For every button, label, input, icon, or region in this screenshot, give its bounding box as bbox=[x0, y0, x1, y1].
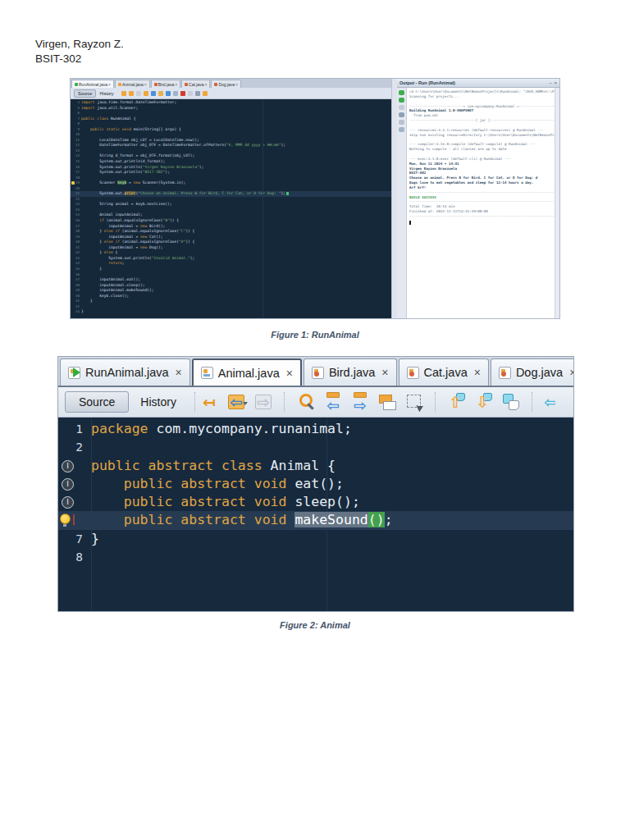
jump-last-edit-icon[interactable]: ↤ bbox=[199, 392, 219, 412]
output-line: --- resources:3.3.1:resources (default-r… bbox=[409, 128, 555, 133]
code-line[interactable]: 7} bbox=[58, 530, 573, 548]
code-line[interactable]: 7public class RunAnimal { bbox=[71, 116, 391, 122]
code-editor[interactable]: 4import java.time.format.DateTimeFormatt… bbox=[71, 99, 391, 318]
back-icon[interactable]: ⇦ bbox=[226, 392, 246, 412]
previous-bookmark-icon[interactable]: ⇧ bbox=[447, 392, 467, 412]
code-line[interactable]: 1package com.mycompany.runanimal; bbox=[58, 420, 573, 438]
toolbar-icon[interactable] bbox=[203, 91, 208, 96]
toolbar-icon[interactable] bbox=[166, 91, 171, 96]
rectangular-selection-icon[interactable] bbox=[404, 392, 424, 412]
code-line[interactable]: 19 Scanner keyb = new Scanner(System.in)… bbox=[71, 180, 391, 186]
code-line[interactable]: 21 System.out.print("Choose an animal. P… bbox=[71, 191, 391, 197]
gutter-line-number[interactable]: 8 bbox=[58, 548, 91, 566]
toolbar-icon[interactable] bbox=[151, 91, 156, 96]
output-panel-header: Output - Run (RunAnimal) –× bbox=[397, 79, 559, 88]
close-tab-icon[interactable]: × bbox=[175, 82, 177, 87]
gutter-cell[interactable]: I bbox=[58, 475, 91, 493]
code-token: "Invalid Animal." bbox=[152, 256, 190, 260]
forward-icon[interactable]: ⇨ bbox=[253, 392, 273, 412]
code-line[interactable]: 35 } bbox=[71, 267, 391, 272]
close-tab-icon[interactable]: × bbox=[569, 366, 574, 379]
code-line[interactable]: 23 String animal = keyb.nextLine(); bbox=[71, 202, 391, 208]
toolbar-icon-strip: ↤⇦⇨⇦⇨⇧⇩⇦ bbox=[199, 392, 567, 412]
hint-lightbulb-icon[interactable] bbox=[60, 514, 71, 524]
pin-icon[interactable] bbox=[399, 112, 404, 117]
find-next-icon[interactable]: ⇨ bbox=[350, 392, 370, 412]
tab-Bird.java[interactable]: Bird.java× bbox=[304, 358, 397, 386]
code-token: else if bbox=[104, 229, 120, 233]
code-line[interactable]: public abstract void makeSound(); bbox=[58, 511, 573, 529]
code-line[interactable]: Ipublic abstract class Animal { bbox=[58, 457, 573, 475]
history-button[interactable]: History bbox=[99, 91, 113, 96]
code-line[interactable]: 41 } bbox=[71, 299, 391, 304]
toolbar-icon[interactable] bbox=[158, 91, 163, 96]
output-scrollbar[interactable] bbox=[555, 88, 559, 318]
tab-Cat.java[interactable]: Cat.java× bbox=[181, 80, 210, 88]
close-tab-icon[interactable]: × bbox=[286, 367, 293, 380]
gutter-line-number[interactable]: 1 bbox=[58, 420, 91, 438]
output-line: ----------------------------------------… bbox=[409, 190, 555, 195]
tab-Animal.java[interactable]: Animal.java× bbox=[115, 80, 150, 88]
source-button[interactable]: Source bbox=[65, 391, 129, 413]
console-output[interactable]: cd C:\Users\User\Documents\NetBeansProje… bbox=[407, 88, 555, 318]
close-tab-icon[interactable]: × bbox=[144, 82, 147, 87]
stop-icon[interactable] bbox=[399, 105, 404, 110]
shift-line-left-icon[interactable]: ⇦ bbox=[544, 392, 555, 412]
toolbar-separator bbox=[284, 392, 285, 412]
close-tab-icon[interactable]: × bbox=[176, 366, 182, 379]
gutter-line-number[interactable]: 2 bbox=[58, 438, 91, 456]
rerun-icon[interactable] bbox=[399, 90, 404, 95]
tab-Dog.java[interactable]: Dog.java× bbox=[211, 80, 241, 88]
tab-Cat.java[interactable]: Cat.java× bbox=[399, 358, 489, 386]
toolbar-icon[interactable] bbox=[180, 91, 185, 96]
code-line[interactable]: I public abstract void eat(); bbox=[58, 475, 573, 493]
tab-RunAnimal.java[interactable]: RunAnimal.java× bbox=[60, 358, 190, 386]
editor-scrollbar[interactable] bbox=[391, 79, 397, 318]
tab-Animal.java[interactable]: Animal.java× bbox=[192, 358, 302, 386]
code-line[interactable]: 9 public static void main(String[] args)… bbox=[71, 127, 391, 133]
code-line[interactable]: 12 DateTimeFormatter obj_DTF = DateTimeF… bbox=[71, 143, 391, 148]
close-tab-icon[interactable]: × bbox=[108, 82, 111, 87]
source-button[interactable]: Source bbox=[74, 89, 96, 98]
close-tab-icon[interactable]: × bbox=[235, 82, 238, 87]
toggle-bookmark-icon[interactable] bbox=[501, 392, 521, 412]
close-tab-icon[interactable]: × bbox=[204, 82, 207, 87]
toolbar-icon[interactable] bbox=[195, 91, 200, 96]
figure1-caption: Figure 1: RunAnimal bbox=[0, 330, 630, 340]
toolbar-icon[interactable] bbox=[129, 91, 134, 96]
find-previous-icon[interactable]: ⇦ bbox=[323, 392, 343, 412]
gutter-cell[interactable]: I bbox=[58, 457, 91, 475]
gutter-line-number[interactable]: 7 bbox=[58, 530, 91, 548]
java-file-icon bbox=[75, 83, 78, 86]
close-icon[interactable]: × bbox=[554, 80, 557, 85]
close-tab-icon[interactable]: × bbox=[381, 366, 388, 379]
next-bookmark-icon[interactable]: ⇩ bbox=[474, 392, 494, 412]
history-button[interactable]: History bbox=[140, 395, 176, 409]
close-tab-icon[interactable]: × bbox=[474, 366, 481, 379]
tab-Dog.java[interactable]: Dog.java× bbox=[491, 358, 574, 386]
toggle-highlight-icon[interactable] bbox=[377, 392, 397, 412]
toolbar-icon[interactable] bbox=[144, 91, 148, 96]
gutter-cell[interactable]: I bbox=[58, 493, 91, 511]
code-line[interactable]: 5import java.util.Scanner; bbox=[71, 106, 391, 112]
rerun-with-changes-icon[interactable] bbox=[399, 98, 404, 103]
code-line[interactable]: 43} bbox=[71, 309, 391, 315]
settings-icon[interactable] bbox=[399, 120, 404, 125]
tab-Bird.java[interactable]: Bird.java× bbox=[151, 80, 180, 88]
toolbar-icon[interactable] bbox=[188, 91, 193, 96]
toolbar-icon[interactable] bbox=[121, 91, 126, 96]
code-line[interactable]: 8 bbox=[58, 548, 573, 566]
gutter-cell[interactable] bbox=[58, 511, 91, 529]
code-line[interactable]: I public abstract void sleep(); bbox=[58, 493, 573, 511]
gutter-line-number[interactable]: 43 bbox=[71, 309, 81, 315]
code-line[interactable]: 17 System.out.println("BSIT-302"); bbox=[71, 170, 391, 176]
code-token bbox=[81, 127, 90, 131]
minimize-icon[interactable]: – bbox=[549, 80, 551, 85]
find-selection-icon[interactable] bbox=[296, 392, 316, 412]
toolbar-icon[interactable] bbox=[136, 91, 141, 96]
clear-icon[interactable] bbox=[399, 127, 404, 132]
code-editor[interactable]: 1package com.mycompany.runanimal;2Ipubli… bbox=[58, 418, 573, 611]
toolbar-icon[interactable] bbox=[173, 91, 178, 96]
code-line[interactable]: 2 bbox=[58, 438, 573, 456]
tab-RunAnimal.java[interactable]: RunAnimal.java× bbox=[71, 80, 114, 88]
